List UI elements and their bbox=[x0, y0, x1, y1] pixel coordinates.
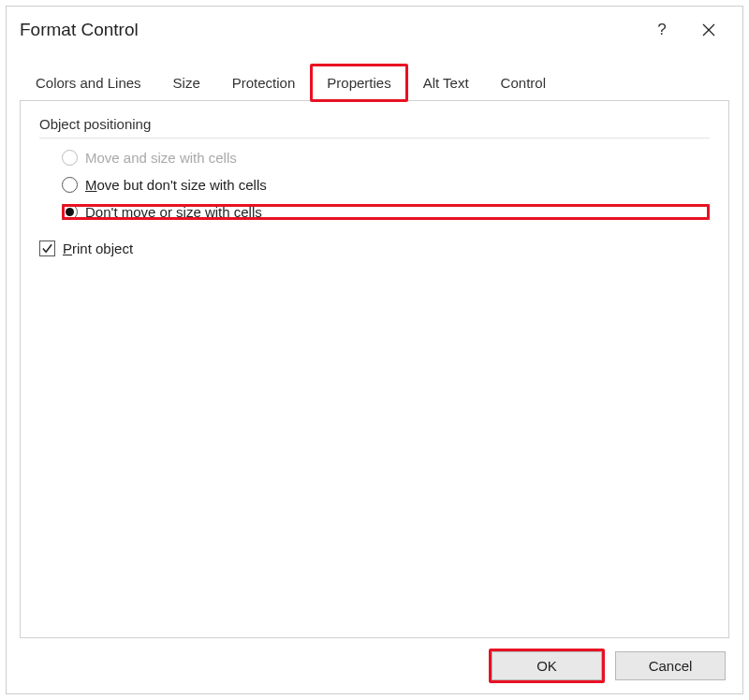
tab-properties[interactable]: Properties bbox=[311, 65, 406, 101]
radio-label: Move but don't size with cells bbox=[85, 177, 267, 193]
tab-control[interactable]: Control bbox=[485, 65, 562, 101]
cancel-button[interactable]: Cancel bbox=[615, 651, 726, 680]
radio-dont-move-or-size[interactable]: Don't move or size with cells bbox=[62, 204, 710, 220]
tab-alt-text[interactable]: Alt Text bbox=[407, 65, 485, 101]
help-button[interactable]: ? bbox=[641, 16, 683, 44]
ok-button[interactable]: OK bbox=[492, 651, 602, 680]
object-positioning-group: Move and size with cells Move but don't … bbox=[62, 150, 710, 220]
properties-panel: Object positioning Move and size with ce… bbox=[20, 101, 729, 638]
button-bar: OK Cancel bbox=[7, 638, 742, 693]
radio-label: Don't move or size with cells bbox=[85, 204, 262, 220]
radio-move-and-size: Move and size with cells bbox=[62, 150, 710, 166]
checkbox-print-object[interactable]: Print object bbox=[39, 241, 710, 256]
tabs-bar: Colors and Lines Size Protection Propert… bbox=[20, 65, 729, 101]
tab-colors-and-lines[interactable]: Colors and Lines bbox=[20, 65, 157, 101]
radio-move-but-dont-size[interactable]: Move but don't size with cells bbox=[62, 177, 710, 193]
radio-icon bbox=[62, 177, 78, 193]
close-button[interactable] bbox=[688, 16, 729, 44]
tab-size[interactable]: Size bbox=[157, 65, 216, 101]
section-title-object-positioning: Object positioning bbox=[39, 116, 710, 132]
dialog-title: Format Control bbox=[20, 20, 641, 40]
radio-icon bbox=[62, 150, 78, 166]
radio-icon bbox=[62, 204, 78, 220]
radio-label: Move and size with cells bbox=[85, 150, 237, 166]
checkmark-icon bbox=[41, 242, 53, 255]
titlebar: Format Control ? bbox=[7, 7, 742, 53]
format-control-dialog: Format Control ? Colors and Lines Size P… bbox=[6, 6, 743, 694]
close-icon bbox=[702, 23, 715, 36]
tab-protection[interactable]: Protection bbox=[216, 65, 312, 101]
section-divider bbox=[39, 138, 710, 139]
checkbox-label: Print object bbox=[63, 241, 133, 256]
checkbox-icon bbox=[39, 241, 55, 256]
